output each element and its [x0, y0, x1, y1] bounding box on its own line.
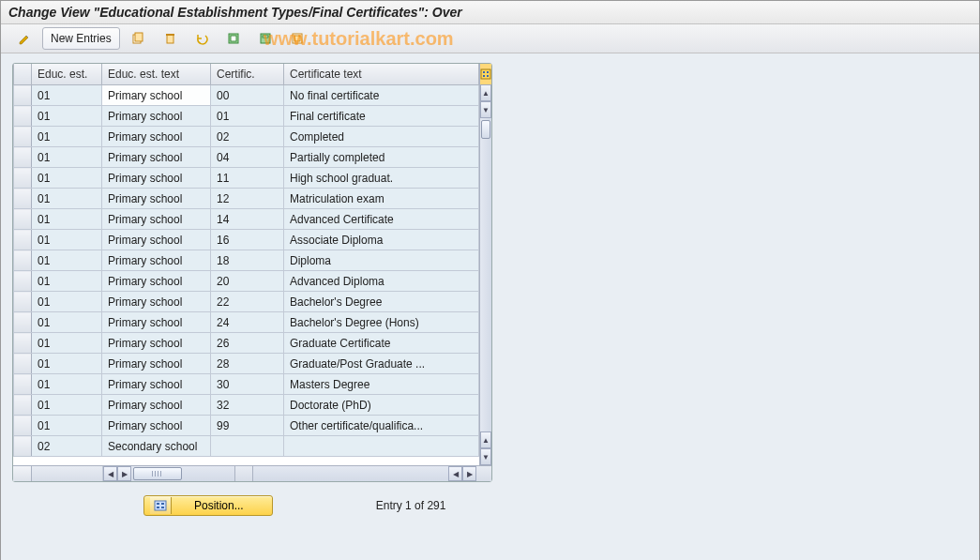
cell-cert-text[interactable]: Doctorate (PhD): [284, 395, 479, 416]
cell-certific[interactable]: 16: [211, 230, 284, 250]
row-selector[interactable]: [14, 292, 32, 312]
cell-cert-text[interactable]: Final certificate: [284, 106, 479, 127]
cell-cert-text[interactable]: Masters Degree: [284, 374, 479, 395]
cell-educ-est[interactable]: 01: [32, 374, 102, 395]
col-header-cert-text[interactable]: Certificate text: [284, 64, 479, 85]
scroll-down-button[interactable]: ▼: [480, 448, 491, 465]
cell-certific[interactable]: [211, 436, 284, 457]
cell-educ-est[interactable]: 02: [32, 436, 102, 457]
data-grid[interactable]: Educ. est. Educ. est. text Certific. Cer…: [13, 64, 479, 457]
cell-cert-text[interactable]: High school graduat.: [284, 168, 479, 189]
cell-educ-est-text[interactable]: Primary school: [102, 230, 211, 250]
cell-educ-est[interactable]: 01: [32, 250, 102, 271]
row-selector-header[interactable]: [14, 64, 32, 85]
row-selector[interactable]: [14, 189, 32, 209]
cell-educ-est[interactable]: 01: [32, 395, 102, 416]
row-selector[interactable]: [14, 416, 32, 436]
cell-educ-est[interactable]: 01: [32, 127, 102, 147]
hscroll-right-fixed[interactable]: ▶: [117, 466, 131, 481]
cell-cert-text[interactable]: Matriculation exam: [284, 189, 479, 209]
hscroll-left-fixed[interactable]: ◀: [103, 466, 117, 481]
cell-cert-text[interactable]: Graduate/Post Graduate ...: [284, 354, 479, 374]
cell-cert-text[interactable]: Bachelor's Degree (Hons): [284, 312, 479, 333]
copy-as-button[interactable]: [124, 27, 152, 50]
cell-certific[interactable]: 30: [211, 374, 284, 395]
cell-educ-est-text[interactable]: Primary school: [102, 374, 211, 395]
cell-educ-est-text[interactable]: Primary school: [102, 292, 211, 312]
cell-educ-est-text[interactable]: Primary school: [102, 250, 211, 271]
cell-educ-est-text[interactable]: Primary school: [102, 395, 211, 416]
cell-certific[interactable]: 01: [211, 106, 284, 127]
cell-educ-est-text[interactable]: Primary school: [102, 127, 211, 147]
cell-certific[interactable]: 12: [211, 189, 284, 209]
cell-cert-text[interactable]: [284, 436, 479, 457]
cell-educ-est-text[interactable]: Primary school: [102, 147, 211, 168]
cell-educ-est-text[interactable]: Primary school: [102, 354, 211, 374]
cell-educ-est-text[interactable]: Primary school: [102, 209, 211, 230]
cell-certific[interactable]: 20: [211, 271, 284, 292]
cell-cert-text[interactable]: Advanced Certificate: [284, 209, 479, 230]
cell-educ-est[interactable]: 01: [32, 230, 102, 250]
cell-educ-est[interactable]: 01: [32, 292, 102, 312]
cell-cert-text[interactable]: Bachelor's Degree: [284, 292, 479, 312]
cell-cert-text[interactable]: Diploma: [284, 250, 479, 271]
cell-educ-est-text[interactable]: Primary school: [102, 85, 211, 106]
col-header-educ-est[interactable]: Educ. est.: [32, 64, 102, 85]
undo-change-button[interactable]: [188, 27, 216, 50]
cell-certific[interactable]: 00: [211, 85, 284, 106]
cell-educ-est-text[interactable]: Primary school: [102, 106, 211, 127]
cell-cert-text[interactable]: Associate Diploma: [284, 230, 479, 250]
table-settings-button[interactable]: [480, 64, 491, 85]
scroll-page-up-button[interactable]: ▼: [480, 101, 491, 118]
row-selector[interactable]: [14, 85, 32, 106]
cell-certific[interactable]: 02: [211, 127, 284, 147]
scroll-up-button[interactable]: ▲: [480, 84, 491, 101]
row-selector[interactable]: [14, 312, 32, 333]
col-header-certific[interactable]: Certific.: [211, 64, 284, 85]
position-button[interactable]: Position...: [143, 495, 273, 516]
deselect-all-button[interactable]: [283, 27, 311, 50]
cell-certific[interactable]: 32: [211, 395, 284, 416]
row-selector[interactable]: [14, 250, 32, 271]
row-selector[interactable]: [14, 354, 32, 374]
cell-cert-text[interactable]: Advanced Diploma: [284, 271, 479, 292]
cell-certific[interactable]: 24: [211, 312, 284, 333]
hscroll-track-fixed[interactable]: [131, 466, 234, 481]
cell-educ-est-text[interactable]: Primary school: [102, 416, 211, 436]
cell-certific[interactable]: 14: [211, 209, 284, 230]
cell-educ-est[interactable]: 01: [32, 106, 102, 127]
cell-cert-text[interactable]: Completed: [284, 127, 479, 147]
scroll-page-down-button[interactable]: ▲: [480, 431, 491, 448]
hscroll-thumb-fixed[interactable]: [133, 467, 182, 480]
row-selector[interactable]: [14, 127, 32, 147]
cell-educ-est[interactable]: 01: [32, 333, 102, 354]
cell-educ-est[interactable]: 01: [32, 168, 102, 189]
cell-certific[interactable]: 18: [211, 250, 284, 271]
cell-cert-text[interactable]: Other certificate/qualifica...: [284, 416, 479, 436]
cell-educ-est[interactable]: 01: [32, 209, 102, 230]
cell-educ-est[interactable]: 01: [32, 312, 102, 333]
cell-certific[interactable]: 04: [211, 147, 284, 168]
cell-educ-est-text[interactable]: Primary school: [102, 189, 211, 209]
row-selector[interactable]: [14, 106, 32, 127]
row-selector[interactable]: [14, 209, 32, 230]
scroll-track[interactable]: [480, 118, 491, 431]
hscroll-left-main[interactable]: ◀: [448, 466, 462, 481]
cell-certific[interactable]: 28: [211, 354, 284, 374]
cell-educ-est-text[interactable]: Secondary school: [102, 436, 211, 457]
cell-educ-est[interactable]: 01: [32, 354, 102, 374]
cell-cert-text[interactable]: Partially completed: [284, 147, 479, 168]
delete-button[interactable]: [156, 27, 184, 50]
cell-cert-text[interactable]: Graduate Certificate: [284, 333, 479, 354]
cell-certific[interactable]: 26: [211, 333, 284, 354]
cell-educ-est-text[interactable]: Primary school: [102, 333, 211, 354]
cell-educ-est[interactable]: 01: [32, 271, 102, 292]
cell-educ-est-text[interactable]: Primary school: [102, 271, 211, 292]
cell-certific[interactable]: 11: [211, 168, 284, 189]
cell-cert-text[interactable]: No final certificate: [284, 85, 479, 106]
hscroll-track-main[interactable]: [253, 466, 448, 481]
col-header-educ-est-text[interactable]: Educ. est. text: [102, 64, 211, 85]
cell-certific[interactable]: 22: [211, 292, 284, 312]
hscroll-right-main[interactable]: ▶: [462, 466, 476, 481]
row-selector[interactable]: [14, 395, 32, 416]
